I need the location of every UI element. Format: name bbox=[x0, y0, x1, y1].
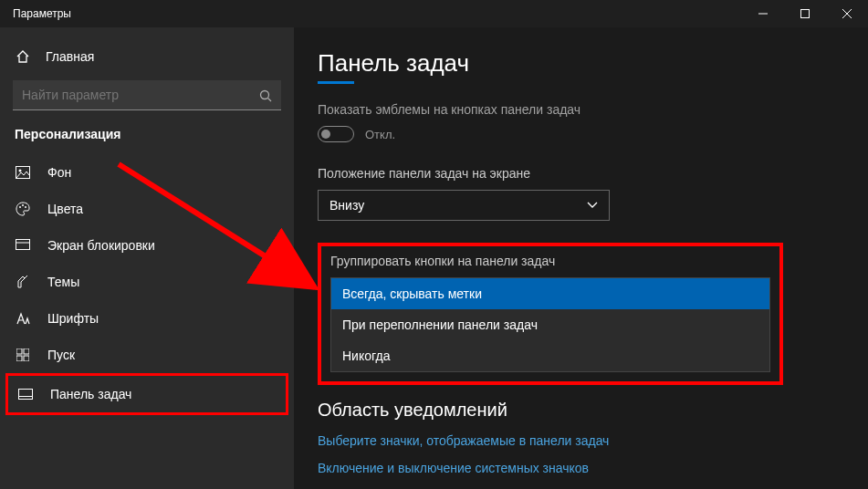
window-title: Параметры bbox=[13, 7, 71, 20]
sidebar: Главная Персонализация Фон bbox=[0, 27, 294, 489]
sidebar-item-label: Шрифты bbox=[47, 311, 99, 326]
section-title: Персонализация bbox=[0, 123, 294, 154]
taskbar-icon bbox=[17, 389, 34, 400]
page-title: Панель задач bbox=[318, 49, 868, 78]
svg-rect-15 bbox=[24, 349, 29, 354]
svg-rect-11 bbox=[16, 240, 30, 250]
sidebar-item-lockscreen[interactable]: Экран блокировки bbox=[0, 227, 294, 264]
svg-point-8 bbox=[19, 206, 21, 208]
svg-rect-17 bbox=[24, 356, 29, 361]
svg-point-7 bbox=[19, 170, 22, 172]
sidebar-item-label: Экран блокировки bbox=[47, 238, 155, 253]
position-dropdown[interactable]: Внизу bbox=[318, 190, 610, 221]
close-button[interactable] bbox=[826, 0, 868, 27]
group-label: Группировать кнопки на панели задач bbox=[330, 254, 770, 268]
highlight-annotation: Группировать кнопки на панели задач Всег… bbox=[318, 243, 783, 385]
content-area: Панель задач Показать эмблемы на кнопках… bbox=[294, 27, 868, 489]
group-option-never[interactable]: Никогда bbox=[331, 340, 769, 371]
sidebar-item-fonts[interactable]: Шрифты bbox=[0, 300, 294, 337]
svg-rect-1 bbox=[801, 10, 810, 18]
sidebar-item-label: Темы bbox=[47, 275, 79, 289]
group-dropdown-open[interactable]: Всегда, скрывать метки При переполнении … bbox=[330, 277, 770, 372]
svg-point-4 bbox=[261, 90, 269, 99]
svg-line-13 bbox=[25, 276, 27, 278]
svg-rect-14 bbox=[16, 349, 22, 354]
group-option-overflow[interactable]: При переполнении панели задач bbox=[331, 309, 769, 340]
dropdown-value: Внизу bbox=[329, 198, 364, 213]
maximize-button[interactable] bbox=[784, 0, 826, 27]
search-icon bbox=[259, 89, 272, 102]
position-label: Положение панели задач на экране bbox=[318, 166, 868, 181]
sidebar-item-label: Фон bbox=[47, 165, 71, 180]
themes-icon bbox=[15, 275, 31, 289]
sidebar-item-taskbar[interactable]: Панель задач bbox=[5, 373, 288, 415]
fonts-icon bbox=[15, 311, 31, 326]
minimize-button[interactable] bbox=[742, 0, 784, 27]
titlebar: Параметры bbox=[0, 0, 868, 27]
palette-icon bbox=[15, 202, 31, 216]
sidebar-item-colors[interactable]: Цвета bbox=[0, 191, 294, 227]
notification-area-heading: Область уведомлений bbox=[318, 400, 868, 421]
lockscreen-icon bbox=[15, 239, 31, 252]
chevron-down-icon bbox=[587, 202, 598, 209]
sidebar-item-start[interactable]: Пуск bbox=[0, 337, 294, 373]
badges-toggle[interactable] bbox=[318, 126, 354, 142]
sidebar-item-label: Панель задач bbox=[50, 387, 131, 401]
picture-icon bbox=[15, 166, 31, 179]
start-icon bbox=[15, 349, 31, 361]
svg-point-9 bbox=[22, 204, 24, 206]
sidebar-item-background[interactable]: Фон bbox=[0, 154, 294, 191]
svg-rect-18 bbox=[19, 390, 33, 400]
toggle-state: Откл. bbox=[365, 128, 395, 141]
sidebar-item-label: Цвета bbox=[47, 202, 83, 216]
sidebar-item-themes[interactable]: Темы bbox=[0, 264, 294, 300]
svg-rect-16 bbox=[16, 356, 22, 361]
badges-label: Показать эмблемы на кнопках панели задач bbox=[318, 102, 868, 117]
select-icons-link[interactable]: Выберите значки, отображаемые в панели з… bbox=[318, 433, 868, 448]
system-icons-link[interactable]: Включение и выключение системных значков bbox=[318, 461, 868, 475]
svg-line-5 bbox=[268, 98, 272, 101]
toggle-knob bbox=[321, 130, 330, 139]
sidebar-item-label: Пуск bbox=[47, 348, 75, 362]
home-icon bbox=[15, 49, 31, 64]
search-input[interactable] bbox=[13, 80, 281, 110]
home-link[interactable]: Главная bbox=[0, 44, 294, 77]
group-option-always[interactable]: Всегда, скрывать метки bbox=[331, 278, 769, 309]
home-label: Главная bbox=[46, 49, 94, 64]
accent-bar bbox=[318, 81, 354, 84]
svg-point-10 bbox=[25, 206, 26, 208]
